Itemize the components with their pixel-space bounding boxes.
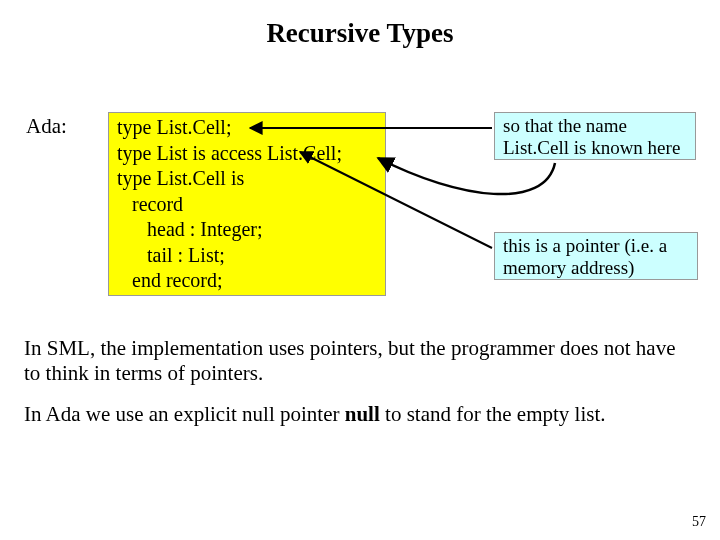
paragraph-sml: In SML, the implementation uses pointers… xyxy=(24,336,696,386)
para2-pre: In Ada we use an explicit null pointer xyxy=(24,402,345,426)
slide-title: Recursive Types xyxy=(0,18,720,49)
arrow-curved-to-access xyxy=(378,158,555,194)
para2-post: to stand for the empty list. xyxy=(380,402,606,426)
ada-code-box: type List.Cell; type List is access List… xyxy=(108,112,386,296)
paragraph-ada-null: In Ada we use an explicit null pointer n… xyxy=(24,402,696,427)
note-pointer: this is a pointer (i.e. a memory address… xyxy=(494,232,698,280)
ada-label: Ada: xyxy=(26,114,67,139)
page-number: 57 xyxy=(692,514,706,530)
note-name-known: so that the name List.Cell is known here xyxy=(494,112,696,160)
para2-null-bold: null xyxy=(345,402,380,426)
